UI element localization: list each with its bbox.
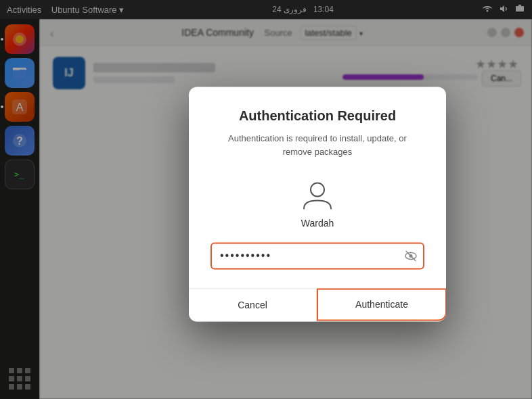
password-input[interactable] [210, 242, 424, 269]
user-avatar [298, 174, 336, 212]
dialog-message: Authentication is required to install, u… [210, 132, 424, 158]
dialog-title: Authentication Required [210, 108, 424, 124]
desktop: Activities Ubuntu Software ▾ 13:04 فروری… [0, 0, 532, 399]
user-section: Wardah [210, 174, 424, 229]
cancel-button[interactable]: Cancel [189, 289, 317, 321]
authenticate-button[interactable]: Authenticate [317, 288, 446, 321]
username-label: Wardah [301, 218, 334, 229]
auth-dialog: Authentication Required Authentication i… [189, 87, 446, 321]
dialog-buttons: Cancel Authenticate [189, 288, 446, 321]
password-toggle-icon[interactable] [404, 249, 418, 262]
svg-point-13 [311, 183, 324, 196]
password-field [210, 242, 424, 269]
